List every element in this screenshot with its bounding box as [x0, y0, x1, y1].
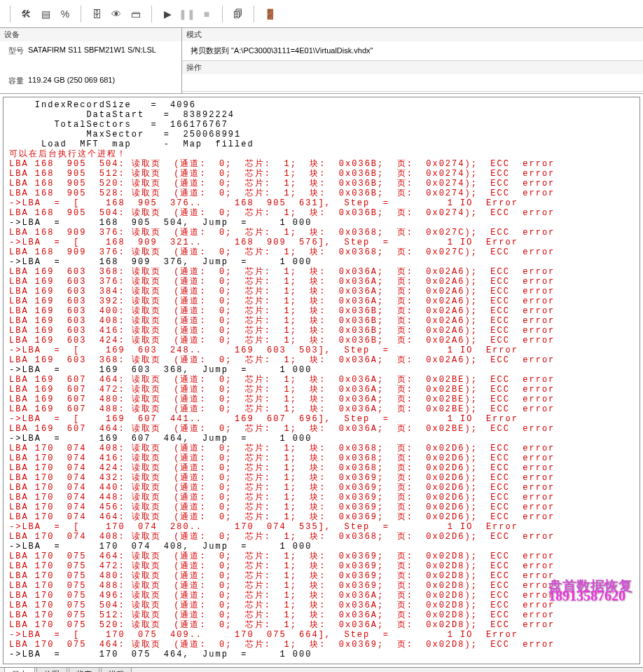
log-line: LBA 170 075 464: 读取页 (通道: 0; 芯片: 1; 块: 0…	[9, 640, 634, 650]
tools-button[interactable]: 🛠	[18, 6, 34, 22]
toolbar-separator	[222, 6, 223, 22]
log-line: LBA 170 074 416: 读取页 (通道: 0; 芯片: 1; 块: 0…	[9, 453, 634, 463]
log-line: LBA 168 905 504: 读取页 (通道: 0; 芯片: 1; 块: 0…	[9, 208, 634, 218]
log-line: LBA 170 074 448: 读取页 (通道: 0; 芯片: 1; 块: 0…	[9, 493, 634, 502]
exit-button[interactable]: 🚪	[261, 6, 278, 22]
log-line: LBA 169 603 400: 读取页 (通道: 0; 芯片: 1; 块: 0…	[9, 306, 634, 316]
log-line: ->LBA = 170 075 464, Jump = 1 000	[9, 650, 634, 659]
log-line: LBA 170 074 440: 读取页 (通道: 0; 芯片: 1; 块: 0…	[9, 483, 634, 493]
device-header: 设备	[0, 28, 181, 41]
log-line: LBA 170 075 520: 读取页 (通道: 0; 芯片: 1; 块: 0…	[9, 620, 634, 630]
log-line: LBA 169 603 376: 读取页 (通道: 0; 芯片: 1; 块: 0…	[9, 277, 634, 287]
tab-状态[interactable]: 状态	[69, 668, 99, 672]
log-line: LBA 169 607 480: 读取页 (通道: 0; 芯片: 1; 块: 0…	[9, 395, 634, 404]
log-line: LBA 169 603 408: 读取页 (通道: 0; 芯片: 1; 块: 0…	[9, 316, 634, 326]
log-line: MaxSector = 250068991	[9, 130, 634, 139]
binoculars-button[interactable]: 👁	[108, 6, 125, 22]
log-line: LBA 169 603 424: 读取页 (通道: 0; 芯片: 1; 块: 0…	[9, 336, 634, 345]
log-line: ->LBA = [ 169 607 441.. 169 607 696], St…	[9, 414, 634, 424]
log-line: LBA 169 607 488: 读取页 (通道: 0; 芯片: 1; 块: 0…	[9, 404, 634, 414]
watermark: 盘首数据恢复18913587620	[548, 581, 632, 601]
log-line: ->LBA = 169 607 464, Jump = 1 000	[9, 434, 634, 444]
stop-button[interactable]: ■	[198, 6, 215, 22]
log-line: ->LBA = 170 074 408, Jump = 1 000	[9, 542, 634, 551]
log-line: LBA 168 905 512: 读取页 (通道: 0; 芯片: 1; 块: 0…	[9, 169, 634, 179]
log-line: ->LBA = [ 168 905 376.. 168 905 631], St…	[9, 198, 634, 208]
log-line: LBA 170 075 496: 读取页 (通道: 0; 芯片: 1; 块: 0…	[9, 591, 634, 601]
log-line: LBA 169 603 368: 读取页 (通道: 0; 芯片: 1; 块: 0…	[9, 355, 634, 365]
mode-panel: 模式 拷贝数据到 "A:\PC3000\3111=4E01\VirtualDis…	[182, 28, 643, 93]
mode-header: 模式	[182, 28, 643, 41]
toolbar-separator	[10, 6, 11, 22]
capacity-value: 119.24 GB (250 069 681)	[28, 76, 115, 86]
model-label: 型号	[8, 46, 24, 56]
device-panel: 设备 型号 SATAFIRM S11 SBFM21W1 S/N:LSL 容量 1…	[0, 28, 182, 93]
log-line: LBA 168 905 528: 读取页 (通道: 0; 芯片: 1; 块: 0…	[9, 188, 634, 198]
log-output[interactable]: IndexRecordSize = 4096 DataStart = 83892…	[3, 97, 640, 664]
bottom-tabs: 日志位图状态进程	[0, 667, 643, 672]
log-line: ->LBA = 168 905 504, Jump = 1 000	[9, 218, 634, 228]
percent-button[interactable]: %	[57, 6, 74, 22]
mode-value: 拷贝数据到 "A:\PC3000\3111=4E01\VirtualDisk.v…	[182, 41, 643, 60]
log-line: ->LBA = [ 169 603 248.. 169 603 503], St…	[9, 345, 634, 355]
log-line: LBA 168 909 376: 读取页 (通道: 0; 芯片: 1; 块: 0…	[9, 228, 634, 238]
log-line: TotalSectors = 166176767	[9, 120, 634, 130]
disk-tool-button[interactable]: 🗄	[88, 6, 105, 22]
play-button[interactable]: ▶	[159, 6, 176, 22]
log-line: LBA 169 607 464: 读取页 (通道: 0; 芯片: 1; 块: 0…	[9, 375, 634, 385]
log-line: LBA 168 905 504: 读取页 (通道: 0; 芯片: 1; 块: 0…	[9, 159, 634, 169]
log-line: LBA 168 909 376: 读取页 (通道: 0; 芯片: 1; 块: 0…	[9, 247, 634, 257]
log-line: LBA 169 603 368: 读取页 (通道: 0; 芯片: 1; 块: 0…	[9, 267, 634, 277]
log-line: LBA 170 074 456: 读取页 (通道: 0; 芯片: 1; 块: 0…	[9, 502, 634, 512]
log-line: LBA 169 603 416: 读取页 (通道: 0; 芯片: 1; 块: 0…	[9, 326, 634, 336]
log-line: LBA 169 603 392: 读取页 (通道: 0; 芯片: 1; 块: 0…	[9, 296, 634, 306]
log-line: ->LBA = [ 168 909 321.. 168 909 576], St…	[9, 238, 634, 247]
log-line: LBA 170 075 480: 读取页 (通道: 0; 芯片: 1; 块: 0…	[9, 571, 634, 581]
log-line: ->LBA = 169 603 368, Jump = 1 000	[9, 365, 634, 375]
toolbar-separator	[254, 6, 254, 22]
log-line: LBA 169 607 472: 读取页 (通道: 0; 芯片: 1; 块: 0…	[9, 385, 634, 395]
log-line: Load MFT map - Map filled	[9, 139, 634, 149]
terminal-button[interactable]: ▤	[37, 6, 54, 22]
database-button[interactable]: 🗃	[127, 6, 144, 22]
tab-日志[interactable]: 日志	[4, 668, 35, 672]
copy-button[interactable]: 🗐	[230, 6, 247, 22]
log-line: LBA 170 074 408: 读取页 (通道: 0; 芯片: 1; 块: 0…	[9, 444, 634, 453]
log-line: LBA 170 074 464: 读取页 (通道: 0; 芯片: 1; 块: 0…	[9, 512, 634, 522]
operation-header: 操作	[182, 61, 643, 74]
log-line: ->LBA = [ 170 074 280.. 170 074 535], St…	[9, 522, 634, 532]
log-line: LBA 170 075 488: 读取页 (通道: 0; 芯片: 1; 块: 0…	[9, 581, 634, 591]
pause-button[interactable]: ❚❚	[179, 6, 195, 22]
info-panels: 设备 型号 SATAFIRM S11 SBFM21W1 S/N:LSL 容量 1…	[0, 28, 643, 94]
log-line: LBA 170 074 424: 读取页 (通道: 0; 芯片: 1; 块: 0…	[9, 463, 634, 473]
capacity-label: 容量	[8, 76, 24, 86]
log-line: LBA 170 075 464: 读取页 (通道: 0; 芯片: 1; 块: 0…	[9, 551, 634, 561]
model-value: SATAFIRM S11 SBFM21W1 S/N:LSL	[28, 46, 156, 56]
log-line: LBA 170 075 504: 读取页 (通道: 0; 芯片: 1; 块: 0…	[9, 601, 634, 610]
log-line: DataStart = 83892224	[9, 110, 634, 120]
log-line: IndexRecordSize = 4096	[9, 100, 634, 110]
main-toolbar: 🛠 ▤ % 🗄 👁 🗃 ▶ ❚❚ ■ 🗐 🚪	[0, 0, 643, 28]
log-line: ->LBA = 168 909 376, Jump = 1 000	[9, 257, 634, 267]
tab-进程[interactable]: 进程	[101, 668, 132, 672]
toolbar-separator	[81, 6, 81, 22]
log-line: LBA 169 607 464: 读取页 (通道: 0; 芯片: 1; 块: 0…	[9, 424, 634, 434]
log-line: LBA 170 075 512: 读取页 (通道: 0; 芯片: 1; 块: 0…	[9, 610, 634, 620]
toolbar-separator	[151, 6, 152, 22]
log-line: LBA 170 074 408: 读取页 (通道: 0; 芯片: 1; 块: 0…	[9, 532, 634, 542]
log-line: LBA 170 075 472: 读取页 (通道: 0; 芯片: 1; 块: 0…	[9, 561, 634, 571]
log-line: LBA 169 603 384: 读取页 (通道: 0; 芯片: 1; 块: 0…	[9, 287, 634, 296]
tab-位图[interactable]: 位图	[36, 668, 67, 672]
log-line: LBA 170 074 432: 读取页 (通道: 0; 芯片: 1; 块: 0…	[9, 473, 634, 483]
log-line: 可以在后台执行这个进程！	[9, 149, 634, 159]
log-line: ->LBA = [ 170 075 409.. 170 075 664], St…	[9, 630, 634, 640]
log-line: LBA 168 905 520: 读取页 (通道: 0; 芯片: 1; 块: 0…	[9, 179, 634, 188]
